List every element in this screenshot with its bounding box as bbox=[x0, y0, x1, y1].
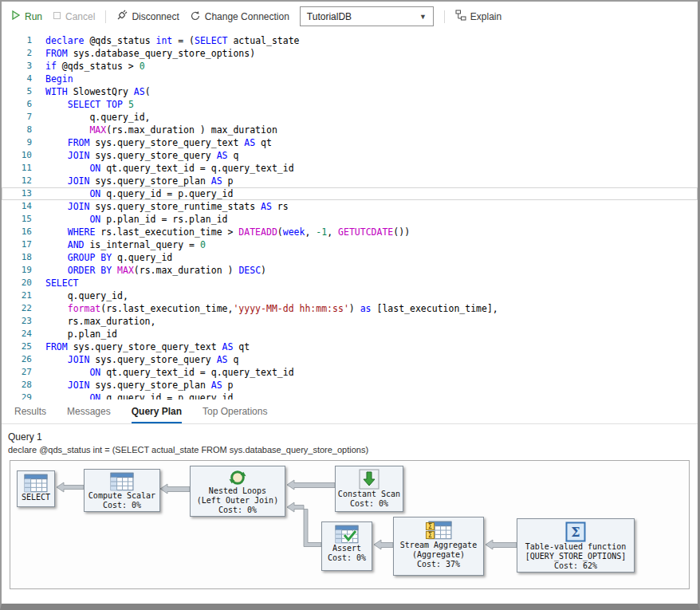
code-line-29[interactable]: 29 ON q.query_id = p.query_id bbox=[2, 392, 698, 399]
plan-node-constant-scan[interactable]: Constant ScanCost: 0% bbox=[335, 466, 403, 512]
query-plan-canvas: SELECT Compute ScalarCost: 0% Nested Loo… bbox=[10, 460, 690, 589]
plan-node-label: SELECT bbox=[22, 493, 50, 502]
code-line-17[interactable]: 17 AND is_internal_query = 0 bbox=[2, 238, 698, 251]
code-line-10[interactable]: 10 JOIN sys.query_store_query AS q bbox=[2, 149, 698, 162]
nested-loops-icon bbox=[227, 469, 248, 486]
code-line-25[interactable]: 25FROM sys.query_store_query_text AS qt bbox=[2, 340, 698, 353]
disconnect-label: Disconnect bbox=[132, 11, 179, 22]
plan-node-nested-loops[interactable]: Nested Loops(Left Outer Join)Cost: 0% bbox=[190, 466, 285, 517]
code-line-1[interactable]: 1declare @qds_status int = (SELECT actua… bbox=[2, 34, 698, 47]
code-text: GROUP BY q.query_id bbox=[32, 251, 172, 264]
explain-flowchart-icon bbox=[455, 10, 466, 23]
plan-query-text: declare @qds_status int = (SELECT actual… bbox=[8, 445, 690, 455]
code-line-19[interactable]: 19 ORDER BY MAX(rs.max_duration ) DESC) bbox=[2, 264, 698, 277]
code-line-6[interactable]: 6 SELECT TOP 5 bbox=[2, 98, 698, 111]
run-label: Run bbox=[25, 11, 42, 22]
code-line-9[interactable]: 9 FROM sys.query_store_query_text AS qt bbox=[2, 136, 698, 149]
tab-results[interactable]: Results bbox=[14, 399, 46, 423]
code-text: format(rs.last_execution_time,'yyyy-MM-d… bbox=[32, 302, 498, 315]
plan-node-stream-aggregate[interactable]: Σ Σ Stream Aggregate(Aggregate)Cost: 37% bbox=[393, 517, 484, 576]
svg-text:Σ: Σ bbox=[427, 523, 431, 530]
code-line-20[interactable]: 20SELECT bbox=[2, 277, 698, 289]
results-tabbar: ResultsMessagesQuery PlanTop Operations bbox=[2, 399, 698, 424]
code-line-13[interactable]: 13 ON q.query_id = p.query_id bbox=[2, 187, 698, 200]
line-number: 18 bbox=[2, 251, 32, 264]
code-line-24[interactable]: 24 p.plan_id bbox=[2, 328, 698, 340]
line-number: 13 bbox=[2, 187, 32, 200]
code-line-28[interactable]: 28 JOIN sys.query_store_plan AS p bbox=[2, 379, 698, 392]
code-line-7[interactable]: 7 q.query_id, bbox=[2, 111, 698, 124]
code-text: p.plan_id bbox=[32, 328, 117, 340]
plan-header: Query 1 declare @qds_status int = (SELEC… bbox=[2, 424, 698, 456]
code-line-3[interactable]: 3if @qds_status > 0 bbox=[2, 60, 698, 73]
code-text: WHERE rs.last_execution_time > DATEADD(w… bbox=[32, 226, 410, 238]
line-number: 21 bbox=[2, 289, 32, 302]
line-number: 20 bbox=[2, 277, 32, 289]
line-number: 3 bbox=[2, 60, 32, 73]
code-text: SELECT TOP 5 bbox=[32, 98, 134, 111]
plan-node-assert[interactable]: AssertCost: 0% bbox=[321, 521, 372, 571]
line-number: 2 bbox=[2, 47, 32, 60]
code-line-11[interactable]: 11 ON qt.query_text_id = q.query_text_id bbox=[2, 162, 698, 175]
line-number: 5 bbox=[2, 85, 32, 98]
code-line-16[interactable]: 16 WHERE rs.last_execution_time > DATEAD… bbox=[2, 226, 698, 238]
change-connection-button[interactable]: Change Connection bbox=[190, 10, 289, 23]
sigma-function-icon: Σ bbox=[565, 521, 586, 542]
toolbar-separator bbox=[105, 10, 106, 23]
tab-messages[interactable]: Messages bbox=[67, 399, 111, 423]
line-number: 16 bbox=[2, 226, 32, 238]
code-line-2[interactable]: 2FROM sys.database_query_store_options) bbox=[2, 47, 698, 60]
line-number: 4 bbox=[2, 73, 32, 85]
code-text: FROM sys.database_query_store_options) bbox=[32, 47, 255, 60]
line-number: 15 bbox=[2, 213, 32, 226]
database-dropdown-value: TutorialDB bbox=[307, 11, 352, 22]
disconnect-button[interactable]: Disconnect bbox=[116, 10, 179, 23]
line-number: 6 bbox=[2, 98, 32, 111]
plan-node-table-valued-function[interactable]: Σ Table-valued function[QUERY_STORE_OPTI… bbox=[517, 518, 635, 573]
tab-query-plan[interactable]: Query Plan bbox=[132, 399, 182, 423]
code-line-4[interactable]: 4Begin bbox=[2, 73, 698, 85]
code-line-5[interactable]: 5WITH SlowestQry AS( bbox=[2, 85, 698, 98]
code-line-18[interactable]: 18 GROUP BY q.query_id bbox=[2, 251, 698, 264]
sql-editor[interactable]: 1declare @qds_status int = (SELECT actua… bbox=[2, 31, 698, 399]
code-line-14[interactable]: 14 JOIN sys.query_store_runtime_stats AS… bbox=[2, 200, 698, 213]
code-line-22[interactable]: 22 format(rs.last_execution_time,'yyyy-M… bbox=[2, 302, 698, 315]
code-text: SELECT bbox=[32, 277, 79, 289]
stop-icon bbox=[53, 11, 61, 22]
code-text: declare @qds_status int = (SELECT actual… bbox=[32, 34, 300, 47]
change-connection-label: Change Connection bbox=[205, 11, 289, 22]
line-number: 1 bbox=[2, 34, 32, 47]
line-number: 24 bbox=[2, 328, 32, 340]
plan-node-label: AssertCost: 0% bbox=[328, 544, 366, 563]
code-text: ON q.query_id = p.query_id bbox=[32, 187, 233, 200]
code-line-15[interactable]: 15 ON p.plan_id = rs.plan_id bbox=[2, 213, 698, 226]
code-line-8[interactable]: 8 MAX(rs.max_duration ) max_duration bbox=[2, 124, 698, 136]
line-number: 14 bbox=[2, 200, 32, 213]
code-text: FROM sys.query_store_query_text AS qt bbox=[32, 340, 250, 353]
code-text: ON q.query_id = p.query_id bbox=[32, 392, 233, 399]
line-number: 10 bbox=[2, 149, 32, 162]
code-text: ON qt.query_text_id = q.query_text_id bbox=[32, 162, 294, 175]
tab-top-operations[interactable]: Top Operations bbox=[203, 399, 267, 423]
explain-button[interactable]: Explain bbox=[455, 10, 501, 23]
assert-check-icon bbox=[335, 525, 359, 544]
code-line-26[interactable]: 26 JOIN sys.query_store_query AS q bbox=[2, 353, 698, 366]
toolbar: Run Cancel Disconnect Change Connection … bbox=[2, 2, 698, 31]
line-number: 22 bbox=[2, 302, 32, 315]
code-line-23[interactable]: 23 rs.max_duration, bbox=[2, 315, 698, 328]
code-line-27[interactable]: 27 ON qt.query_text_id = q.query_text_id bbox=[2, 366, 698, 379]
line-number: 23 bbox=[2, 315, 32, 328]
plan-node-label: Constant ScanCost: 0% bbox=[338, 490, 400, 509]
run-button[interactable]: Run bbox=[11, 10, 42, 22]
code-line-21[interactable]: 21 q.query_id, bbox=[2, 289, 698, 302]
plan-node-select[interactable]: SELECT bbox=[17, 470, 55, 507]
database-dropdown[interactable]: TutorialDB ▼ bbox=[300, 6, 434, 26]
code-text: AND is_internal_query = 0 bbox=[32, 238, 206, 251]
code-text: JOIN sys.query_store_plan AS p bbox=[32, 379, 233, 392]
explain-label: Explain bbox=[470, 11, 501, 22]
code-line-12[interactable]: 12 JOIN sys.query_store_plan AS p bbox=[2, 175, 698, 187]
chevron-down-icon: ▼ bbox=[419, 13, 427, 21]
plan-node-label: Compute ScalarCost: 0% bbox=[88, 491, 155, 510]
code-text: JOIN sys.query_store_query AS q bbox=[32, 149, 238, 162]
plan-node-compute-scalar[interactable]: Compute ScalarCost: 0% bbox=[84, 469, 160, 512]
